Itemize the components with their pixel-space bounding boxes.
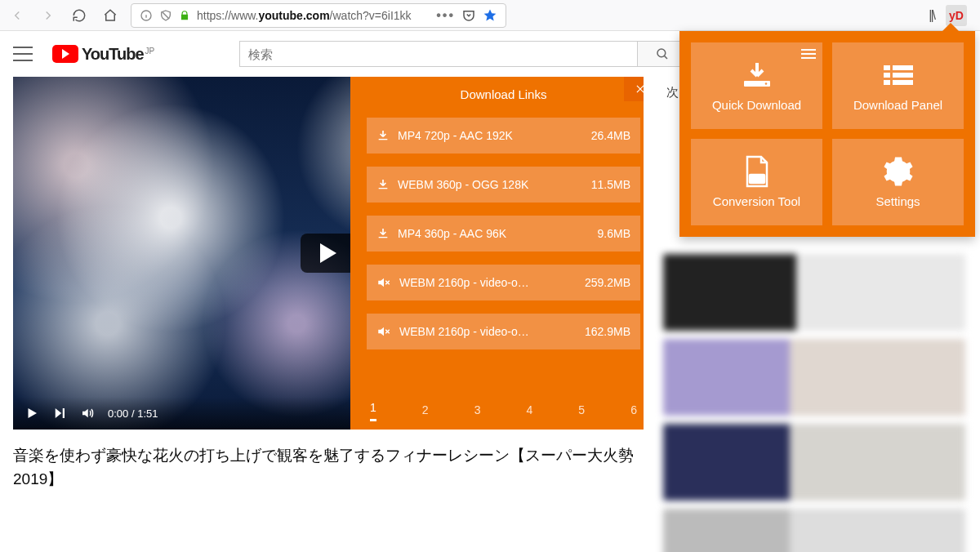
download-icon [376, 129, 390, 142]
close-button[interactable] [624, 77, 644, 101]
download-option[interactable]: WEBM 2160p - video-o… 162.9MB [367, 314, 640, 349]
svg-rect-7 [893, 73, 913, 78]
svg-rect-8 [884, 80, 890, 85]
download-size: 9.6MB [598, 227, 630, 240]
youtube-play-icon [52, 45, 78, 63]
download-size: 26.4MB [591, 129, 630, 142]
download-format-label: MP4 360p - AAC 96K [398, 227, 590, 240]
tile-label: Download Panel [853, 98, 942, 112]
download-format-label: MP4 720p - AAC 192K [398, 129, 583, 142]
lock-icon [179, 10, 190, 21]
youtube-logo[interactable]: YouTube JP [52, 45, 154, 64]
extension-popup: Quick Download Download Panel MP3 Conver… [679, 31, 975, 237]
search-form [239, 41, 687, 67]
download-size: 259.2MB [585, 276, 630, 289]
download-option[interactable]: MP4 360p - AAC 96K 9.6MB [367, 216, 640, 252]
pager-page[interactable]: 6 [630, 403, 637, 421]
settings-tile[interactable]: Settings [832, 139, 964, 225]
search-input[interactable] [239, 41, 638, 67]
menu-button[interactable] [13, 47, 33, 61]
play-overlay-button[interactable] [301, 234, 356, 273]
mute-icon [376, 324, 391, 339]
svg-rect-5 [893, 65, 913, 70]
pager-page[interactable]: 1 [370, 401, 376, 421]
volume-button[interactable] [80, 406, 95, 421]
video-player[interactable]: 0:00 / 1:51 Download Links MP4 720p - AA… [13, 77, 644, 430]
quick-download-tile[interactable]: Quick Download [691, 42, 822, 129]
download-pager: 123456 [350, 392, 644, 430]
svg-rect-6 [884, 73, 890, 78]
next-button[interactable] [52, 406, 67, 421]
svg-rect-9 [893, 80, 913, 85]
list-icon [882, 60, 915, 90]
back-button[interactable] [7, 5, 28, 26]
shield-icon [159, 9, 172, 22]
video-title: 音楽を使わず豪快な花火の打ち上げで観客を魅了するフィナーレシーン【スーパー大火勢… [13, 444, 644, 491]
download-format-label: WEBM 2160p - video-o… [399, 276, 577, 289]
svg-rect-4 [884, 65, 890, 70]
download-links-panel: Download Links MP4 720p - AAC 192K 26.4M… [350, 77, 644, 430]
pocket-icon[interactable] [461, 8, 476, 23]
download-panel-title: Download Links [461, 87, 547, 101]
download-icon [376, 227, 390, 240]
mute-icon [376, 275, 391, 290]
svg-point-3 [764, 82, 767, 85]
url-text: https://www.youtube.com/watch?v=6iI1kk [197, 9, 430, 22]
mp3-file-icon: MP3 [742, 157, 772, 186]
suggested-video[interactable] [663, 254, 965, 331]
reload-button[interactable] [69, 5, 90, 26]
download-list: MP4 720p - AAC 192K 26.4MB WEBM 360p - O… [350, 111, 644, 392]
time-display: 0:00 / 1:51 [108, 407, 158, 420]
play-button[interactable] [24, 406, 39, 421]
forward-button[interactable] [38, 5, 59, 26]
library-icon[interactable]: ||\ [929, 8, 934, 23]
suggested-video[interactable] [663, 509, 965, 552]
conversion-tool-tile[interactable]: MP3 Conversion Tool [691, 139, 822, 225]
youtube-region: JP [145, 47, 155, 56]
bookmark-star-icon[interactable] [483, 8, 497, 23]
pager-page[interactable]: 2 [422, 403, 429, 421]
home-button[interactable] [100, 5, 121, 26]
pager-page[interactable]: 5 [578, 403, 585, 421]
info-icon [140, 9, 153, 22]
svg-point-1 [657, 49, 666, 57]
download-option[interactable]: MP4 720p - AAC 192K 26.4MB [367, 118, 640, 154]
download-icon [376, 178, 390, 191]
download-panel-header: Download Links [350, 77, 644, 111]
download-size: 162.9MB [585, 325, 630, 338]
browser-toolbar: https://www.youtube.com/watch?v=6iI1kk •… [0, 0, 980, 31]
download-panel-tile[interactable]: Download Panel [832, 42, 964, 129]
pager-page[interactable]: 4 [526, 403, 532, 421]
download-option[interactable]: WEBM 2160p - video-o… 259.2MB [367, 265, 640, 300]
tile-label: Quick Download [712, 98, 801, 112]
tile-label: Settings [875, 194, 920, 208]
download-format-label: WEBM 360p - OGG 128K [398, 178, 583, 191]
download-option[interactable]: WEBM 360p - OGG 128K 11.5MB [367, 167, 640, 203]
url-bar[interactable]: https://www.youtube.com/watch?v=6iI1kk •… [131, 3, 506, 28]
pager-page[interactable]: 3 [474, 403, 481, 421]
download-size: 11.5MB [591, 178, 630, 191]
youtube-logo-text: YouTube [82, 45, 144, 64]
tile-label: Conversion Tool [713, 194, 800, 208]
more-icon[interactable]: ••• [436, 8, 455, 23]
svg-text:MP3: MP3 [750, 176, 764, 183]
download-format-label: WEBM 2160p - video-o… [399, 325, 577, 338]
suggested-video[interactable] [663, 339, 965, 416]
suggested-video[interactable] [663, 424, 965, 501]
download-icon [739, 60, 775, 90]
gear-icon [883, 157, 914, 186]
tile-menu-icon[interactable] [801, 49, 816, 59]
